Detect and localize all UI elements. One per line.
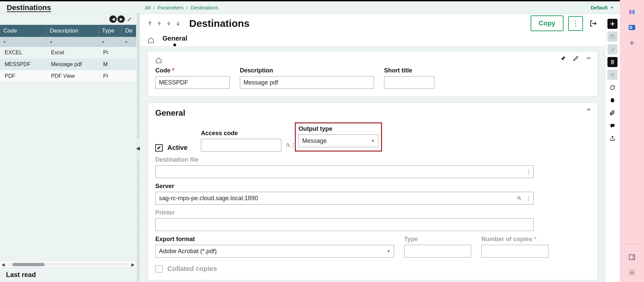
last-record-button[interactable] [174,20,182,27]
copies-label: Number of copies * [481,236,548,243]
last-read-section[interactable]: Last read [0,267,136,282]
active-checkbox[interactable]: ✔ [155,144,163,152]
output-type-value: Message [302,137,327,145]
share-button[interactable] [607,133,618,144]
add-tab-icon[interactable] [627,38,637,48]
code-input[interactable] [156,79,240,86]
right-toolbar [605,14,620,282]
home-tab-icon[interactable] [148,37,154,44]
prev-record-button[interactable] [156,20,163,27]
col-header-de[interactable]: De [122,25,136,37]
export-format-select[interactable]: Adobe Acrobat (*.pdf) ▼ [155,245,394,258]
output-type-select[interactable]: Message ▼ [299,134,378,147]
printer-input[interactable] [156,221,533,228]
panel-splitter[interactable]: ◀ [136,14,140,282]
next-record-button[interactable] [165,20,172,27]
table-row[interactable]: MESSPDF Message pdf M [0,59,136,70]
collapse-left-icon[interactable]: ◀ [136,138,140,158]
short-title-input[interactable] [384,79,469,86]
table-row[interactable]: PDF PDF View Pr [0,70,136,82]
expand-panel-button[interactable]: ⤢ [125,15,133,23]
top-bar: Destinations All › Parameters › Destinat… [0,1,620,14]
breadcrumb-destinations[interactable]: Destinations [191,5,218,10]
printer-label: Printer [155,209,534,216]
access-code-input[interactable] [201,142,286,149]
caret-down-icon: ▼ [371,139,375,143]
copies-input[interactable] [482,248,566,255]
scroll-left-icon[interactable]: ◀ [1,262,5,267]
col-header-description[interactable]: Description [46,25,98,37]
main-content: Destinations Copy ⋮ General [140,14,605,282]
short-title-label: Short title [384,67,434,74]
breadcrumb: All › Parameters › Destinations [140,5,223,10]
type-input[interactable] [405,248,489,255]
endpoint-label: Default [591,5,608,10]
general-card: General ✔ Active Access code [148,103,598,280]
print-button[interactable] [607,95,618,105]
filter-icon[interactable]: ▾ [3,39,6,45]
settings-icon[interactable] [627,268,637,277]
first-record-button[interactable] [146,20,154,27]
search-icon[interactable] [515,196,524,201]
col-header-type[interactable]: Type [98,25,121,37]
svg-point-8 [631,272,633,274]
new-button[interactable] [607,19,618,29]
breadcrumb-parameters[interactable]: Parameters [158,5,184,10]
cell-desc: PDF View [46,70,98,82]
prev-page-button[interactable]: ◀ [109,15,117,23]
svg-point-5 [630,27,631,28]
destination-file-input[interactable] [156,168,524,175]
exit-icon[interactable] [588,18,599,29]
scroll-right-icon[interactable]: ▶ [131,262,135,267]
outlook-icon[interactable] [627,23,637,32]
collapse-card-icon[interactable] [585,55,592,62]
horizontal-scrollbar[interactable]: ◀ ▶ [0,262,136,267]
field-menu-icon[interactable]: ⋮ [524,169,533,175]
home-icon [155,57,590,64]
search-icon[interactable] [286,143,290,148]
cell-type: Pr [98,70,136,82]
copilot-icon[interactable] [627,7,637,17]
filter-icon[interactable]: ▾ [50,39,52,45]
edit-icon[interactable] [573,55,579,62]
cell-type: Pr [98,47,136,59]
cell-desc: Message pdf [46,59,98,70]
comment-button[interactable] [607,121,618,131]
delete-button[interactable] [607,57,618,67]
col-header-code[interactable]: Code [0,25,46,37]
refresh-button[interactable] [607,82,618,93]
more-actions-button[interactable]: ⋮ [568,16,583,31]
field-menu-icon[interactable]: ⋮ [524,195,533,202]
collated-checkbox[interactable]: ✔ [155,265,163,273]
pin-icon[interactable] [560,55,567,62]
collated-label: Collated copies [167,265,217,273]
breadcrumb-all[interactable]: All [145,5,151,10]
tab-general[interactable]: General [162,35,187,46]
active-label: Active [167,144,187,152]
left-list-panel: ◀ ▶ ⤢ Code Description Type De ▾ ▾ ▾ [0,14,136,282]
destination-file-label: Destination file [155,156,534,163]
create-button[interactable] [607,44,618,54]
output-type-label: Output type [299,125,378,132]
next-page-button[interactable]: ▶ [117,15,125,23]
cell-code: PDF [0,70,46,82]
svg-rect-7 [632,255,635,260]
copy-button[interactable]: Copy [531,15,564,31]
caret-down-icon: ▼ [610,6,614,9]
collapse-card-icon[interactable] [585,106,592,113]
cancel-button[interactable] [607,70,618,80]
description-input[interactable] [240,79,374,86]
page-title: Destinations [189,18,250,29]
export-format-value: Adobe Acrobat (*.pdf) [159,248,217,255]
filter-icon[interactable]: ▾ [125,39,127,45]
server-input[interactable] [156,195,515,202]
save-button[interactable] [607,32,618,42]
server-label: Server [155,183,534,190]
destinations-table: Code Description Type De ▾ ▾ ▾ ▾ EXCEL E… [0,25,136,82]
filter-icon[interactable]: ▾ [102,39,104,45]
panel-toggle-icon[interactable] [627,252,637,262]
endpoint-selector[interactable]: Default ▼ [591,5,620,10]
caret-down-icon: ▼ [387,249,390,253]
attachment-button[interactable] [607,108,618,118]
table-row[interactable]: EXCEL Excel Pr [0,47,136,59]
